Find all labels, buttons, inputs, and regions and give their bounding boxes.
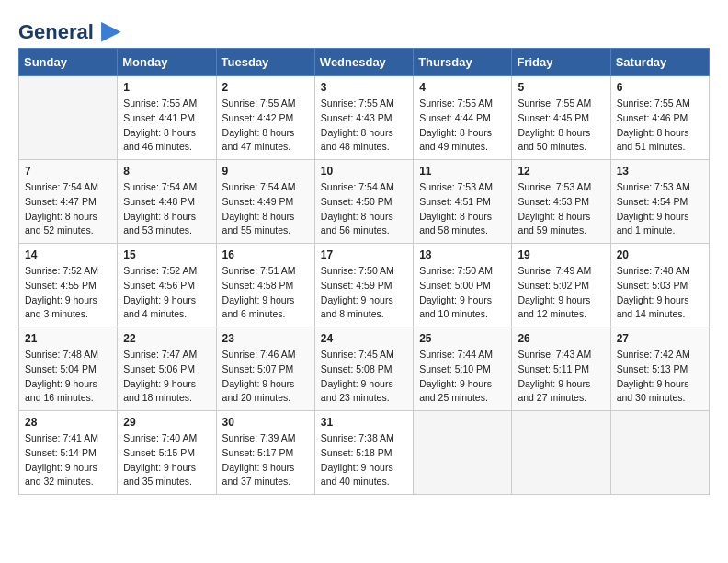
day-info: Sunrise: 7:52 AMSunset: 4:56 PMDaylight:… [123, 264, 210, 322]
day-info: Sunrise: 7:42 AMSunset: 5:13 PMDaylight:… [617, 348, 703, 406]
day-number: 30 [222, 416, 309, 429]
calendar-cell: 26Sunrise: 7:43 AMSunset: 5:11 PMDayligh… [512, 327, 610, 411]
calendar-table: SundayMondayTuesdayWednesdayThursdayFrid… [18, 48, 710, 495]
day-number: 28 [25, 416, 111, 429]
day-info: Sunrise: 7:45 AMSunset: 5:08 PMDaylight:… [321, 348, 407, 406]
day-number: 24 [321, 332, 407, 345]
day-number: 31 [321, 416, 407, 429]
day-info: Sunrise: 7:38 AMSunset: 5:18 PMDaylight:… [321, 431, 407, 489]
day-number: 18 [419, 248, 506, 261]
calendar-week-4: 28Sunrise: 7:41 AMSunset: 5:14 PMDayligh… [19, 411, 710, 495]
calendar-week-1: 7Sunrise: 7:54 AMSunset: 4:47 PMDaylight… [19, 160, 710, 244]
calendar-cell: 11Sunrise: 7:53 AMSunset: 4:51 PMDayligh… [414, 160, 512, 244]
day-number: 9 [222, 165, 309, 178]
calendar-cell: 29Sunrise: 7:40 AMSunset: 5:15 PMDayligh… [118, 411, 216, 495]
day-info: Sunrise: 7:54 AMSunset: 4:47 PMDaylight:… [25, 180, 111, 238]
day-info: Sunrise: 7:55 AMSunset: 4:43 PMDaylight:… [321, 97, 407, 155]
calendar-cell [19, 76, 118, 160]
day-number: 26 [518, 332, 604, 345]
day-number: 22 [123, 332, 210, 345]
day-number: 1 [123, 81, 210, 94]
calendar-cell: 2Sunrise: 7:55 AMSunset: 4:42 PMDaylight… [216, 76, 314, 160]
day-info: Sunrise: 7:49 AMSunset: 5:02 PMDaylight:… [518, 264, 604, 322]
header-tuesday: Tuesday [216, 49, 314, 76]
day-info: Sunrise: 7:47 AMSunset: 5:06 PMDaylight:… [123, 348, 210, 406]
calendar-cell [512, 411, 610, 495]
day-info: Sunrise: 7:53 AMSunset: 4:51 PMDaylight:… [419, 180, 506, 238]
calendar-cell: 4Sunrise: 7:55 AMSunset: 4:44 PMDaylight… [414, 76, 512, 160]
calendar-cell [610, 411, 709, 495]
calendar-cell: 16Sunrise: 7:51 AMSunset: 4:58 PMDayligh… [216, 244, 314, 327]
day-info: Sunrise: 7:55 AMSunset: 4:41 PMDaylight:… [123, 97, 210, 155]
calendar-cell: 30Sunrise: 7:39 AMSunset: 5:17 PMDayligh… [216, 411, 314, 495]
header-monday: Monday [118, 49, 216, 76]
calendar-cell: 7Sunrise: 7:54 AMSunset: 4:47 PMDaylight… [19, 160, 118, 244]
day-number: 17 [321, 248, 407, 261]
day-info: Sunrise: 7:53 AMSunset: 4:53 PMDaylight:… [518, 180, 604, 238]
day-number: 3 [321, 81, 407, 94]
day-info: Sunrise: 7:54 AMSunset: 4:50 PMDaylight:… [321, 180, 407, 238]
header-thursday: Thursday [414, 49, 512, 76]
calendar-body: 1Sunrise: 7:55 AMSunset: 4:41 PMDaylight… [19, 76, 710, 495]
day-info: Sunrise: 7:51 AMSunset: 4:58 PMDaylight:… [222, 264, 309, 322]
logo-general: General ▶ [18, 18, 119, 42]
logo: General ▶ [18, 18, 119, 39]
day-number: 6 [617, 81, 703, 94]
calendar-week-3: 21Sunrise: 7:48 AMSunset: 5:04 PMDayligh… [19, 327, 710, 411]
header-wednesday: Wednesday [314, 49, 413, 76]
calendar-cell: 21Sunrise: 7:48 AMSunset: 5:04 PMDayligh… [19, 327, 118, 411]
calendar-header-row: SundayMondayTuesdayWednesdayThursdayFrid… [19, 49, 710, 76]
page-header: General ▶ [18, 18, 710, 39]
calendar-cell: 15Sunrise: 7:52 AMSunset: 4:56 PMDayligh… [118, 244, 216, 327]
calendar-cell: 24Sunrise: 7:45 AMSunset: 5:08 PMDayligh… [314, 327, 413, 411]
calendar-cell: 8Sunrise: 7:54 AMSunset: 4:48 PMDaylight… [118, 160, 216, 244]
calendar-cell: 5Sunrise: 7:55 AMSunset: 4:45 PMDaylight… [512, 76, 610, 160]
calendar-cell: 13Sunrise: 7:53 AMSunset: 4:54 PMDayligh… [610, 160, 709, 244]
day-number: 14 [25, 248, 111, 261]
day-number: 20 [617, 248, 703, 261]
day-info: Sunrise: 7:50 AMSunset: 4:59 PMDaylight:… [321, 264, 407, 322]
day-info: Sunrise: 7:55 AMSunset: 4:44 PMDaylight:… [419, 97, 506, 155]
day-info: Sunrise: 7:39 AMSunset: 5:17 PMDaylight:… [222, 431, 309, 489]
day-info: Sunrise: 7:43 AMSunset: 5:11 PMDaylight:… [518, 348, 604, 406]
day-info: Sunrise: 7:46 AMSunset: 5:07 PMDaylight:… [222, 348, 309, 406]
day-number: 23 [222, 332, 309, 345]
calendar-cell: 1Sunrise: 7:55 AMSunset: 4:41 PMDaylight… [118, 76, 216, 160]
day-info: Sunrise: 7:48 AMSunset: 5:03 PMDaylight:… [617, 264, 703, 322]
calendar-cell: 18Sunrise: 7:50 AMSunset: 5:00 PMDayligh… [414, 244, 512, 327]
day-info: Sunrise: 7:54 AMSunset: 4:49 PMDaylight:… [222, 180, 309, 238]
calendar-cell: 6Sunrise: 7:55 AMSunset: 4:46 PMDaylight… [610, 76, 709, 160]
day-number: 2 [222, 81, 309, 94]
header-friday: Friday [512, 49, 610, 76]
day-number: 15 [123, 248, 210, 261]
calendar-cell: 23Sunrise: 7:46 AMSunset: 5:07 PMDayligh… [216, 327, 314, 411]
day-number: 10 [321, 165, 407, 178]
calendar-cell: 10Sunrise: 7:54 AMSunset: 4:50 PMDayligh… [314, 160, 413, 244]
calendar-cell: 25Sunrise: 7:44 AMSunset: 5:10 PMDayligh… [414, 327, 512, 411]
day-number: 7 [25, 165, 111, 178]
day-number: 19 [518, 248, 604, 261]
calendar-cell: 19Sunrise: 7:49 AMSunset: 5:02 PMDayligh… [512, 244, 610, 327]
day-number: 16 [222, 248, 309, 261]
day-number: 4 [419, 81, 506, 94]
day-number: 5 [518, 81, 604, 94]
day-info: Sunrise: 7:55 AMSunset: 4:46 PMDaylight:… [617, 97, 703, 155]
header-saturday: Saturday [610, 49, 709, 76]
day-info: Sunrise: 7:44 AMSunset: 5:10 PMDaylight:… [419, 348, 506, 406]
day-info: Sunrise: 7:55 AMSunset: 4:42 PMDaylight:… [222, 97, 309, 155]
day-info: Sunrise: 7:53 AMSunset: 4:54 PMDaylight:… [617, 180, 703, 238]
calendar-cell: 22Sunrise: 7:47 AMSunset: 5:06 PMDayligh… [118, 327, 216, 411]
day-number: 11 [419, 165, 506, 178]
day-number: 12 [518, 165, 604, 178]
calendar-cell: 27Sunrise: 7:42 AMSunset: 5:13 PMDayligh… [610, 327, 709, 411]
day-info: Sunrise: 7:48 AMSunset: 5:04 PMDaylight:… [25, 348, 111, 406]
day-info: Sunrise: 7:55 AMSunset: 4:45 PMDaylight:… [518, 97, 604, 155]
calendar-week-2: 14Sunrise: 7:52 AMSunset: 4:55 PMDayligh… [19, 244, 710, 327]
day-number: 8 [123, 165, 210, 178]
calendar-cell: 31Sunrise: 7:38 AMSunset: 5:18 PMDayligh… [314, 411, 413, 495]
day-info: Sunrise: 7:50 AMSunset: 5:00 PMDaylight:… [419, 264, 506, 322]
calendar-cell: 28Sunrise: 7:41 AMSunset: 5:14 PMDayligh… [19, 411, 118, 495]
day-number: 29 [123, 416, 210, 429]
calendar-cell: 3Sunrise: 7:55 AMSunset: 4:43 PMDaylight… [314, 76, 413, 160]
day-number: 27 [617, 332, 703, 345]
